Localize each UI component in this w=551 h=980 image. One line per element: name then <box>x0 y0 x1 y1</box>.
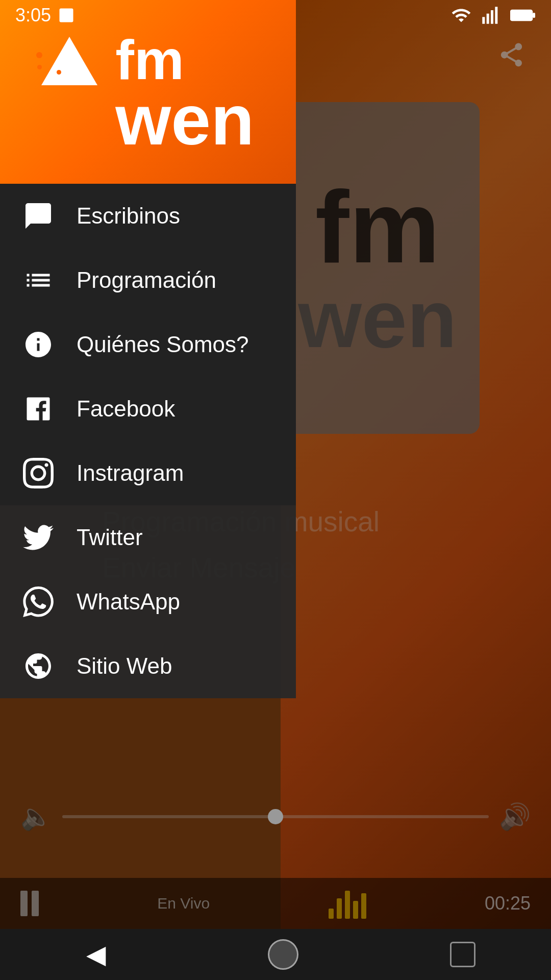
status-time: 3:05 <box>15 5 51 26</box>
menu-label-quienes-somos: Quiénes Somos? <box>77 332 249 357</box>
svg-rect-4 <box>495 7 497 23</box>
menu-item-whatsapp[interactable]: WhatsApp <box>0 570 296 634</box>
menu-item-sitio-web[interactable]: Sitio Web <box>0 634 296 698</box>
svg-rect-1 <box>482 17 485 23</box>
web-icon <box>20 648 56 684</box>
logo-wen-text: wen <box>115 88 254 152</box>
signal-icon <box>481 5 501 26</box>
twitter-icon <box>20 520 56 555</box>
list-icon <box>20 262 56 298</box>
svg-rect-5 <box>511 10 532 20</box>
status-bar: 3:05 <box>0 0 551 31</box>
menu-item-twitter[interactable]: Twitter <box>0 505 296 570</box>
menu-label-twitter: Twitter <box>77 525 143 550</box>
menu-item-escribinos[interactable]: Escribinos <box>0 184 296 248</box>
menu-label-escribinos: Escribinos <box>77 203 180 229</box>
menu-label-whatsapp: WhatsApp <box>77 589 180 615</box>
instagram-icon <box>20 455 56 491</box>
status-notification-icon <box>57 6 76 24</box>
menu-item-programacion[interactable]: Programación <box>0 248 296 312</box>
drawer: fm wen Escribinos Programación <box>0 0 296 980</box>
logo-container: fm wen <box>41 32 254 152</box>
svg-rect-0 <box>60 9 73 22</box>
menu-label-instagram: Instragram <box>77 460 184 486</box>
chat-icon <box>20 198 56 234</box>
svg-rect-6 <box>533 13 535 18</box>
nav-bar: ◀ <box>0 929 551 980</box>
facebook-icon <box>20 391 56 427</box>
wifi-icon <box>451 5 471 26</box>
info-icon <box>20 327 56 362</box>
recent-square[interactable] <box>450 942 475 967</box>
menu-item-facebook[interactable]: Facebook <box>0 377 296 441</box>
menu-item-quienes-somos[interactable]: Quiénes Somos? <box>0 312 296 377</box>
menu-item-instagram[interactable]: Instragram <box>0 441 296 505</box>
menu-label-sitio-web: Sitio Web <box>77 653 172 679</box>
home-circle[interactable] <box>268 939 298 970</box>
back-button[interactable]: ◀ <box>76 934 116 975</box>
drawer-menu: Escribinos Programación Quiénes Somos? <box>0 184 296 698</box>
battery-icon <box>510 8 536 23</box>
menu-label-programacion: Programación <box>77 267 216 293</box>
menu-label-facebook: Facebook <box>77 396 175 422</box>
svg-rect-3 <box>491 10 493 24</box>
whatsapp-icon <box>20 584 56 620</box>
svg-rect-2 <box>487 14 489 24</box>
